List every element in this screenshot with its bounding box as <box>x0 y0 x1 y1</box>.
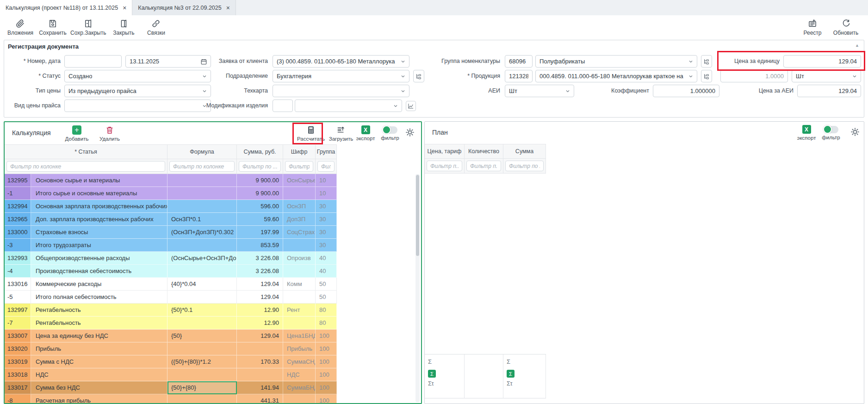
calculation-panel-title: Калькуляция <box>12 129 51 137</box>
production-code-input[interactable] <box>505 70 533 82</box>
table-row[interactable]: 133016Коммерческие расходы{40}*0.04129.0… <box>5 278 337 291</box>
table-row[interactable]: 133019Сумма с НДС({50}+{80})*1.2170.33Су… <box>5 355 337 368</box>
registration-panel: Регистрация документа ▲ * Номер, дата 13… <box>4 40 864 118</box>
aei-price-input[interactable] <box>797 85 861 97</box>
hierarchy-icon <box>703 73 710 80</box>
quantity-input[interactable] <box>720 70 788 82</box>
table-row[interactable]: -7Рентабельность12.9080 <box>5 317 337 329</box>
column-header-quantity[interactable]: Количество <box>465 144 503 159</box>
unit-price-input[interactable] <box>783 55 861 68</box>
registry-button[interactable]: Реестр <box>798 16 827 38</box>
price-kind-label: Вид цены прайса <box>4 99 61 112</box>
sigma-total-icon[interactable]: Στ <box>507 380 546 387</box>
nomenclature-group-select[interactable]: Полуфабрикаты <box>535 55 697 68</box>
sigma-sum-icon[interactable]: Σ <box>428 357 464 368</box>
tab-label: Калькуляция (проект №118) от 13.11.2025 <box>6 5 118 11</box>
gear-icon <box>405 128 415 137</box>
table-row[interactable]: 132994Основная зарплата производственных… <box>5 200 337 213</box>
refresh-icon <box>841 19 850 28</box>
toggle-icon <box>824 126 838 133</box>
close-button[interactable]: Закрыть <box>109 16 138 38</box>
chevron-down-icon <box>400 88 406 94</box>
production-select[interactable]: 000.4859. 011.000-65-180 Металлорукав кр… <box>535 70 697 82</box>
summary-cell-quantity <box>465 354 503 398</box>
column-header-article[interactable]: * Статья <box>5 144 167 159</box>
plan-filter-sum-input[interactable] <box>505 161 544 171</box>
table-row[interactable]: 133000Страховые взносы(ОснЗП+ДопЗП)*0.30… <box>5 226 337 239</box>
column-header-sum[interactable]: Сумма <box>503 144 546 159</box>
attachments-button[interactable]: Вложения <box>6 16 35 38</box>
nomenclature-group-code-input[interactable] <box>505 55 533 68</box>
filter-article-input[interactable] <box>6 161 165 172</box>
nomenclature-tree-button[interactable] <box>701 55 712 68</box>
table-row[interactable]: 132965Доп. зарплата производственных раб… <box>5 213 337 226</box>
settings-button[interactable] <box>395 128 421 137</box>
table-row[interactable]: -3Итого трудозатраты853.5930 <box>5 239 337 252</box>
production-tree-button[interactable] <box>701 70 712 82</box>
filter-code-input[interactable] <box>285 161 313 172</box>
unit-price-label: Цена за единицу <box>719 55 780 68</box>
filter-group-input[interactable] <box>317 161 335 172</box>
column-header-group[interactable]: Группа <box>316 144 337 159</box>
save-button[interactable]: Сохранить <box>38 16 68 38</box>
chevron-down-icon <box>852 74 857 79</box>
close-icon[interactable]: × <box>226 5 230 11</box>
plan-settings-button[interactable] <box>840 127 864 137</box>
table-row[interactable]: 133020ПрибыльПрибыль100 <box>5 342 337 355</box>
refresh-button[interactable]: Обновить <box>831 16 861 38</box>
sigma-badge-icon[interactable]: Σ <box>428 370 436 378</box>
filter-sum-input[interactable] <box>239 161 281 172</box>
tab-label: Калькуляция №3 от 22.09.2025 <box>138 5 221 11</box>
close-icon[interactable]: × <box>123 5 126 11</box>
techcard-select[interactable] <box>273 85 409 97</box>
sigma-sum-icon[interactable]: Σ <box>507 357 546 368</box>
table-row[interactable]: -4Производственная себестоимость3 226.08… <box>5 265 337 278</box>
column-header-sum[interactable]: Сумма, руб. <box>237 144 283 159</box>
sigma-total-icon[interactable]: Στ <box>428 380 464 387</box>
table-row[interactable]: 133007Цена за единицу без НДС{50}129.04Ц… <box>5 329 337 342</box>
modification-select[interactable] <box>295 99 402 112</box>
table-row[interactable]: -8Расчетная прибыль441.31100 <box>5 394 337 403</box>
diagram-icon <box>407 102 415 110</box>
add-row-button[interactable]: + Добавить <box>62 125 92 142</box>
table-row-selected[interactable]: 133017Сумма без НДС{50}+{80}141.94СуммаБ… <box>5 381 337 394</box>
save-close-button[interactable]: Сохр.Закрыть <box>70 16 106 38</box>
table-row[interactable]: 132997Рентабельность{50}*0.112.90Рент80 <box>5 304 337 317</box>
column-header-price[interactable]: Цена, тариф <box>425 144 465 159</box>
collapse-icon[interactable]: ▲ <box>855 43 859 48</box>
link-icon <box>151 19 161 28</box>
number-date-label: * Номер, дата <box>4 55 61 68</box>
quantity-unit-select[interactable]: Шт <box>792 70 861 82</box>
calc-filter-row <box>5 159 337 174</box>
techcard-label: Техкарта <box>148 85 268 97</box>
filter-formula-input[interactable] <box>169 161 235 172</box>
focused-formula-cell[interactable]: {50}+{80} <box>167 381 237 394</box>
chevron-down-icon <box>688 74 694 79</box>
summary-cell-price: Σ Σ Στ <box>425 354 465 398</box>
table-row[interactable]: -5Итого полная себестоимость129.0450 <box>5 291 337 304</box>
modification-code-input[interactable] <box>273 99 293 112</box>
table-row[interactable]: 133018НДСНДС100 <box>5 368 337 381</box>
column-header-formula[interactable]: Формула <box>167 144 237 159</box>
links-button[interactable]: Связки <box>141 16 171 38</box>
aei-select[interactable]: Шт <box>505 85 574 97</box>
number-input[interactable] <box>64 55 122 68</box>
plan-filter-price-input[interactable] <box>427 161 462 171</box>
calc-vertical-scrollbar[interactable] <box>415 174 420 402</box>
delete-row-button[interactable]: Удалить <box>95 125 124 142</box>
nomenclature-group-label: Группа номенклатуры <box>384 55 500 68</box>
column-header-code[interactable]: Шифр <box>283 144 316 159</box>
sigma-badge-icon[interactable]: Σ <box>507 370 515 378</box>
tab-calculation-project[interactable]: Калькуляция (проект №118) от 13.11.2025 … <box>0 0 132 15</box>
calculate-button[interactable]: Рассчитать <box>296 125 326 142</box>
coefficient-input[interactable] <box>653 85 719 97</box>
scrollbar-thumb[interactable] <box>416 175 419 256</box>
table-row[interactable]: 132995Основное сырье и материалы9 900.00… <box>5 174 337 187</box>
tab-calculation-3[interactable]: Калькуляция №3 от 22.09.2025 × <box>132 0 236 15</box>
table-row[interactable]: -1Итого сырье и основные материалы9 900.… <box>5 187 337 200</box>
plan-filter-quantity-input[interactable] <box>466 161 501 171</box>
table-row[interactable]: 132993Общепроизводственные расходы(ОснСы… <box>5 252 337 265</box>
modification-diagram-button[interactable] <box>406 101 416 111</box>
tab-bar: Калькуляция (проект №118) от 13.11.2025 … <box>0 0 868 15</box>
door-icon <box>119 19 128 28</box>
